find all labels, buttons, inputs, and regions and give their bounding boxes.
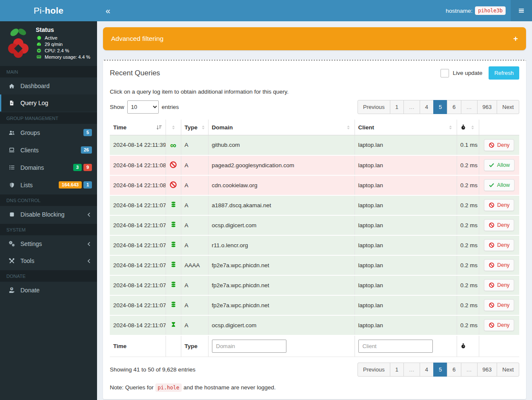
page-button-1[interactable]: 1	[390, 100, 404, 114]
query-action: Deny	[479, 295, 519, 315]
page-button-6[interactable]: 6	[447, 100, 461, 114]
users-icon	[8, 129, 16, 136]
query-row[interactable]: 2024-08-14 22:11:08Apagead2.googlesyndic…	[110, 155, 519, 175]
page-button-next[interactable]: Next	[497, 100, 519, 114]
query-type: A	[181, 155, 208, 175]
sidebar-item-query-log[interactable]: Query Log	[0, 94, 97, 111]
svg-text:$: $	[11, 287, 13, 290]
page-button-6[interactable]: 6	[447, 363, 461, 377]
deny-button[interactable]: Deny	[484, 319, 514, 331]
page-button-next[interactable]: Next	[497, 363, 519, 377]
query-domain: ocsp.digicert.com	[208, 215, 355, 235]
sort-desc-icon	[156, 124, 162, 131]
query-domain: cdn.cookielaw.org	[208, 175, 355, 195]
menu-toggle-button[interactable]	[511, 0, 532, 21]
sidebar-item-settings[interactable]: Settings	[0, 235, 97, 252]
brand-pre: Pi-	[34, 6, 45, 16]
entries-summary: Showing 41 to 50 of 9,628 entries	[110, 366, 195, 373]
sidebar-item-donate[interactable]: $Donate	[0, 282, 97, 299]
query-domain: fp2e7a.wpc.phicdn.net	[208, 275, 355, 295]
query-row[interactable]: 2024-08-14 22:11:07Afp2e7a.wpc.phicdn.ne…	[110, 295, 519, 315]
refresh-button[interactable]: Refresh	[489, 66, 519, 80]
domain-filter-input[interactable]	[212, 340, 286, 353]
menu-section-system: SYSTEM	[0, 224, 97, 235]
deny-button[interactable]: Deny	[484, 279, 514, 291]
sort-icon	[171, 124, 176, 131]
column-header-domain[interactable]: Domain	[208, 120, 355, 135]
page-ellipsis: …	[461, 100, 478, 114]
allow-button[interactable]: Allow	[484, 179, 515, 191]
sidebar-item-label: Domains	[20, 164, 44, 171]
column-header-type[interactable]: Type	[181, 120, 208, 135]
query-reply-time: 0.2 ms	[457, 195, 479, 215]
sidebar-item-label: Dashboard	[20, 83, 50, 89]
page-button-5[interactable]: 5	[433, 100, 447, 114]
database-icon	[170, 301, 177, 308]
query-time: 2024-08-14 22:11:08	[110, 155, 166, 175]
query-type: A	[181, 235, 208, 255]
sidebar-item-disable-blocking[interactable]: Disable Blocking	[0, 206, 97, 223]
sidebar-item-clients[interactable]: Clients26	[0, 141, 97, 159]
query-row[interactable]: 2024-08-14 22:11:07Aocsp.digicert.comlap…	[110, 315, 519, 335]
query-row[interactable]: 2024-08-14 22:11:07Ar11.o.lencr.orglapto…	[110, 235, 519, 255]
topbar: « hostname: pihole3b	[97, 0, 532, 21]
query-log-table: Time Type Domain Client	[110, 120, 519, 357]
deny-button[interactable]: Deny	[484, 239, 514, 251]
sidebar-item-tools[interactable]: Tools	[0, 252, 97, 269]
query-type: A	[181, 135, 208, 155]
column-header-reply-time[interactable]	[457, 120, 479, 135]
query-row[interactable]: 2024-08-14 22:11:07AAAAfp2e7a.wpc.phicdn…	[110, 255, 519, 275]
page-button-5[interactable]: 5	[433, 363, 447, 377]
laptop-icon	[8, 147, 16, 154]
allow-button[interactable]: Allow	[484, 159, 515, 171]
deny-button[interactable]: Deny	[484, 259, 514, 271]
deny-button[interactable]: Deny	[484, 139, 514, 151]
sidebar-item-groups[interactable]: Groups5	[0, 124, 97, 141]
page-button-963[interactable]: 963	[477, 363, 498, 377]
chevron-left-icon	[86, 212, 92, 217]
stopwatch-icon	[460, 343, 475, 349]
page-button-1[interactable]: 1	[390, 363, 404, 377]
query-row[interactable]: 2024-08-14 22:11:07Aocsp.digicert.comlap…	[110, 215, 519, 235]
column-header-client[interactable]: Client	[355, 120, 457, 135]
ban-small-icon	[489, 282, 495, 288]
sidebar-collapse-button[interactable]: «	[97, 0, 119, 21]
query-status	[166, 215, 181, 235]
main-content: Advanced filtering + Recent Queries Live…	[97, 21, 532, 400]
column-header-status[interactable]	[166, 120, 181, 135]
brand-logo: Pi-hole	[0, 0, 97, 21]
check-icon	[489, 162, 495, 168]
query-row[interactable]: 2024-08-14 22:11:08Acdn.cookielaw.orglap…	[110, 175, 519, 195]
query-type: A	[181, 175, 208, 195]
sidebar-item-dashboard[interactable]: Dashboard	[0, 77, 97, 94]
page-button-963[interactable]: 963	[477, 100, 498, 114]
query-row[interactable]: 2024-08-14 22:11:07Aa1887.dscq.akamai.ne…	[110, 195, 519, 215]
column-header-action	[479, 120, 519, 135]
deny-button[interactable]: Deny	[484, 199, 514, 211]
sidebar-item-domains[interactable]: Domains39	[0, 159, 97, 176]
advanced-filtering-header[interactable]: Advanced filtering +	[103, 27, 526, 50]
deny-button[interactable]: Deny	[484, 219, 514, 231]
sort-icon	[200, 124, 206, 131]
hostname-display: hostname: pihole3b	[446, 6, 506, 15]
page-button-previous[interactable]: Previous	[358, 363, 390, 377]
page-button-4[interactable]: 4	[420, 363, 434, 377]
memory-icon	[36, 54, 42, 60]
live-update-checkbox[interactable]	[440, 69, 449, 77]
query-reply-time: 0.2 ms	[457, 275, 479, 295]
query-row[interactable]: 2024-08-14 22:11:39∞Agithub.comlaptop.la…	[110, 135, 519, 155]
page-button-4[interactable]: 4	[420, 100, 434, 114]
client-filter-input[interactable]	[358, 340, 433, 353]
query-time: 2024-08-14 22:11:07	[110, 295, 166, 315]
advanced-filtering-title: Advanced filtering	[111, 35, 163, 43]
column-header-time[interactable]: Time	[110, 120, 166, 135]
query-time: 2024-08-14 22:11:39	[110, 135, 166, 155]
sidebar-menu: MAINDashboardQuery LogGROUP MANAGEMENTGr…	[0, 66, 97, 299]
status-item-29-q-min: 29 q/min	[36, 42, 90, 47]
query-row[interactable]: 2024-08-14 22:11:07Afp2e7a.wpc.phicdn.ne…	[110, 275, 519, 295]
deny-button[interactable]: Deny	[484, 299, 514, 311]
page-size-select[interactable]: 10	[127, 100, 159, 114]
recent-queries-card: Recent Queries Live update Refresh Click…	[103, 60, 526, 399]
sidebar-item-lists[interactable]: Lists164.6431	[0, 176, 97, 194]
page-button-previous[interactable]: Previous	[358, 100, 390, 114]
